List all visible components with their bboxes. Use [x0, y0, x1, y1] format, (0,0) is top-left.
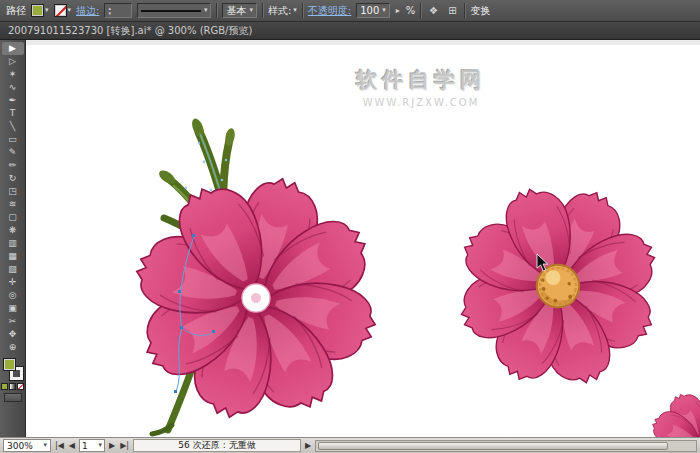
- stroke-color-swatch[interactable]: [54, 4, 67, 17]
- stroke-panel-link[interactable]: 描边:: [76, 4, 99, 18]
- zoom-dropdown-icon: ▾: [43, 442, 47, 449]
- page-number-field[interactable]: 1 ▾: [79, 439, 105, 452]
- illustrator-window: 路径 ▾ ▾ 描边: ▴ ▾ ▾ 基本 ▾ 样式:: [0, 0, 700, 453]
- horizontal-scrollbar[interactable]: [315, 440, 697, 452]
- tools-list: ▶▷✶∿✒T╲▭✎✏↻◳≋▢❋▥▦▧✛◎▣✂✥⊕: [2, 42, 24, 354]
- variable-width-profile-dropdown[interactable]: ▾: [137, 3, 212, 18]
- opacity-dropdown-icon: ▾: [382, 7, 386, 14]
- tools-panel: ▶▷✶∿✒T╲▭✎✏↻◳≋▢❋▥▦▧✛◎▣✂✥⊕: [0, 40, 26, 437]
- prev-page-button[interactable]: ◀: [68, 441, 76, 450]
- brush-definition-label: 基本: [226, 4, 246, 18]
- opacity-popout-icon[interactable]: ▸: [395, 6, 401, 15]
- live-paint-bucket-tool[interactable]: ▣: [2, 302, 24, 315]
- slice-tool[interactable]: ✂: [2, 315, 24, 328]
- stroke-weight-field[interactable]: ▴ ▾: [104, 3, 132, 18]
- recolor-artwork-icon[interactable]: ❖: [426, 5, 440, 16]
- free-transform-tool[interactable]: ▢: [2, 211, 24, 224]
- paintbrush-tool[interactable]: ✎: [2, 146, 24, 159]
- screen-mode-button[interactable]: [4, 393, 22, 402]
- fill-stroke-widget: [2, 357, 24, 381]
- none-mode-button[interactable]: [17, 383, 24, 390]
- zoom-level-dropdown[interactable]: 300% ▾: [3, 439, 51, 452]
- divider: [464, 3, 465, 18]
- left-flower: [129, 171, 383, 425]
- align-panel-icon[interactable]: ⊞: [445, 5, 459, 16]
- undo-status-field: 56 次还原：无重做: [133, 439, 301, 452]
- style-label: 样式:: [268, 4, 291, 18]
- type-tool[interactable]: T: [2, 107, 24, 120]
- stroke-dropdown-icon: ▾: [68, 7, 72, 14]
- page-number-value: 1: [82, 441, 88, 451]
- document-title: 200791011523730 [转换].ai* @ 300% (RGB/预览): [8, 24, 252, 38]
- object-type-label: 路径: [6, 4, 26, 18]
- divider: [420, 3, 421, 18]
- eyedropper-tool[interactable]: ✛: [2, 276, 24, 289]
- lasso-tool[interactable]: ∿: [2, 81, 24, 94]
- fill-color-swatch[interactable]: [31, 4, 44, 17]
- column-graph-tool[interactable]: ▥: [2, 237, 24, 250]
- divider: [302, 3, 303, 18]
- brush-dropdown-icon: ▾: [249, 7, 253, 14]
- mesh-tool[interactable]: ▦: [2, 250, 24, 263]
- fill-swatch[interactable]: [3, 358, 16, 371]
- artwork-svg: [26, 40, 700, 437]
- symbol-sprayer-tool[interactable]: ❋: [2, 224, 24, 237]
- corner-petal: [648, 388, 700, 437]
- last-page-button[interactable]: ▶|: [119, 441, 130, 450]
- profile-dropdown-icon: ▾: [204, 7, 208, 14]
- scrollbar-thumb[interactable]: [318, 442, 667, 450]
- zoom-tool[interactable]: ⊕: [2, 341, 24, 354]
- stroke-profile-preview: [141, 10, 201, 12]
- divider: [216, 3, 217, 18]
- gradient-tool[interactable]: ▧: [2, 263, 24, 276]
- style-dropdown-icon: ▾: [293, 7, 297, 14]
- opacity-value: 100: [360, 5, 379, 16]
- fill-color-dropdown[interactable]: ▾: [31, 4, 49, 17]
- direct-selection-tool[interactable]: ▷: [2, 55, 24, 68]
- right-flower: [436, 164, 680, 408]
- status-bar: 300% ▾ |◀ ◀ 1 ▾ ▶ ▶| 56 次还原：无重做 ▶: [0, 437, 700, 453]
- document-tab[interactable]: 200791011523730 [转换].ai* @ 300% (RGB/预览): [0, 22, 700, 40]
- canvas-area[interactable]: 软件自学网 WWW.RJZXW.COM: [26, 40, 700, 437]
- paint-mode-buttons: [1, 383, 24, 390]
- next-page-button[interactable]: ▶: [108, 441, 116, 450]
- selection-tool[interactable]: ▶: [2, 42, 24, 55]
- line-segment-tool[interactable]: ╲: [2, 120, 24, 133]
- divider: [262, 3, 263, 18]
- opacity-panel-link[interactable]: 不透明度:: [308, 4, 351, 18]
- stroke-weight-spinner[interactable]: ▴ ▾: [108, 6, 111, 16]
- rectangle-tool[interactable]: ▭: [2, 133, 24, 146]
- page-dropdown-icon: ▾: [99, 442, 103, 449]
- warp-tool[interactable]: ≋: [2, 198, 24, 211]
- hand-tool[interactable]: ✥: [2, 328, 24, 341]
- color-mode-button[interactable]: [1, 383, 8, 390]
- style-dropdown[interactable]: 样式: ▾: [268, 4, 297, 18]
- zoom-value: 300%: [7, 441, 33, 451]
- brush-definition-dropdown[interactable]: 基本 ▾: [222, 3, 257, 18]
- first-page-button[interactable]: |◀: [54, 441, 65, 450]
- percent-label: %: [406, 5, 416, 16]
- rotate-tool[interactable]: ↻: [2, 172, 24, 185]
- blend-tool[interactable]: ◎: [2, 289, 24, 302]
- scale-tool[interactable]: ◳: [2, 185, 24, 198]
- spinner-down-icon[interactable]: ▾: [108, 11, 111, 16]
- pen-tool[interactable]: ✒: [2, 94, 24, 107]
- status-forward-button[interactable]: ▶: [304, 441, 312, 450]
- pencil-tool[interactable]: ✏: [2, 159, 24, 172]
- undo-status-text: 56 次还原：无重做: [178, 439, 255, 452]
- magic-wand-tool[interactable]: ✶: [2, 68, 24, 81]
- stroke-color-dropdown[interactable]: ▾: [54, 4, 72, 17]
- control-bar: 路径 ▾ ▾ 描边: ▴ ▾ ▾ 基本 ▾ 样式:: [0, 0, 700, 22]
- fill-dropdown-icon: ▾: [45, 7, 49, 14]
- transform-panel-link[interactable]: 变换: [470, 4, 490, 18]
- opacity-field[interactable]: 100 ▾: [356, 3, 390, 18]
- gradient-mode-button[interactable]: [9, 383, 16, 390]
